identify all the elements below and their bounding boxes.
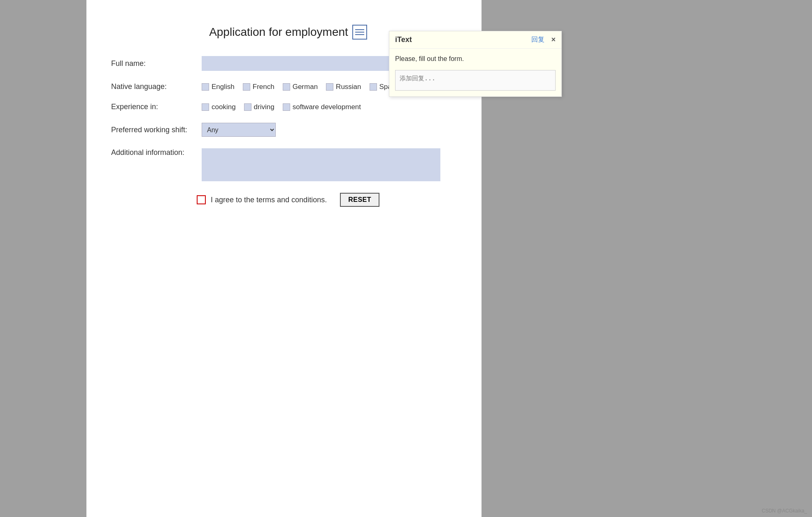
exp-software-label: software development [293, 103, 361, 111]
lang-russian-item[interactable]: Russian [326, 83, 361, 91]
full-name-label: Full name: [111, 59, 202, 68]
terms-row: I agree to the terms and conditions. RES… [111, 193, 465, 207]
lang-spanish-checkbox[interactable] [370, 83, 377, 91]
watermark: CSDN @ACGkaika_ [762, 508, 807, 514]
itext-panel: iText 回复 × Please, fill out the form. [389, 31, 562, 97]
shift-select[interactable]: Any Morning Afternoon Night [202, 123, 276, 137]
lang-french-item[interactable]: French [243, 83, 275, 91]
experience-row: Experience in: cooking driving software … [111, 103, 465, 111]
lang-german-item[interactable]: German [283, 83, 318, 91]
exp-cooking-checkbox[interactable] [202, 103, 209, 111]
lang-english-checkbox[interactable] [202, 83, 209, 91]
exp-software-item[interactable]: software development [283, 103, 361, 111]
document-icon [352, 25, 367, 40]
itext-message: Please, fill out the form. [395, 55, 556, 63]
lang-german-label: German [293, 83, 318, 91]
exp-cooking-item[interactable]: cooking [202, 103, 236, 111]
terms-label: I agree to the terms and conditions. [211, 196, 327, 204]
itext-title: iText [395, 35, 412, 44]
itext-header-actions: 回复 × [531, 35, 556, 44]
exp-driving-checkbox[interactable] [244, 103, 251, 111]
itext-header: iText 回复 × [389, 31, 561, 49]
itext-reply-button[interactable]: 回复 [531, 35, 544, 44]
lang-french-label: French [253, 83, 275, 91]
itext-body: Please, fill out the form. [389, 49, 561, 96]
shift-label: Preferred working shift: [111, 126, 202, 134]
form-title: Application for employment [209, 26, 348, 39]
exp-driving-item[interactable]: driving [244, 103, 275, 111]
itext-reply-input[interactable] [395, 70, 556, 91]
lang-german-checkbox[interactable] [283, 83, 290, 91]
shift-row: Preferred working shift: Any Morning Aft… [111, 123, 465, 137]
reset-button[interactable]: RESET [340, 193, 379, 207]
language-options: English French German Russian Spanish [202, 83, 405, 91]
lang-russian-label: Russian [336, 83, 361, 91]
native-language-label: Native language: [111, 82, 202, 91]
experience-label: Experience in: [111, 103, 202, 111]
lang-english-label: English [212, 83, 235, 91]
exp-cooking-label: cooking [212, 103, 236, 111]
terms-checkbox[interactable] [197, 195, 206, 204]
lang-english-item[interactable]: English [202, 83, 235, 91]
itext-close-button[interactable]: × [551, 35, 556, 44]
exp-software-checkbox[interactable] [283, 103, 290, 111]
experience-options: cooking driving software development [202, 103, 361, 111]
additional-row: Additional information: [111, 148, 465, 181]
lang-russian-checkbox[interactable] [326, 83, 333, 91]
lang-french-checkbox[interactable] [243, 83, 250, 91]
additional-label: Additional information: [111, 148, 202, 157]
exp-driving-label: driving [254, 103, 275, 111]
additional-textarea[interactable] [202, 148, 440, 181]
